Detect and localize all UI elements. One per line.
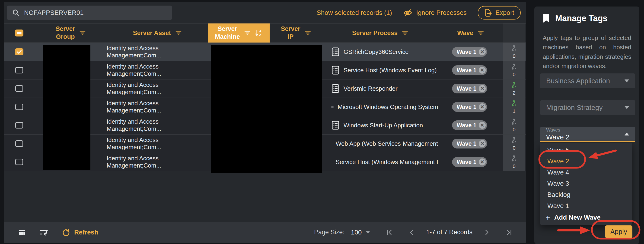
redacted-server-group-column [43,45,90,170]
linked-apps-icon [511,155,518,162]
apps-count-cell: 0 [503,43,525,61]
waves-select-value: Wave 2 [546,133,570,141]
filter-icon[interactable] [79,31,86,36]
remove-wave-icon[interactable]: ✕ [479,67,486,74]
refresh-label: Refresh [74,229,98,236]
apps-count-cell: 0 [503,153,525,171]
wave-cell: Wave 1✕ [438,116,503,134]
apps-count: 0 [512,72,515,78]
wave-badge: Wave 1✕ [452,84,487,93]
apps-count: 0 [512,53,515,59]
apps-count: 0 [512,127,515,133]
apps-count-cell: 0 [503,116,525,134]
wave-badge: Wave 1✕ [452,157,487,167]
wave-cell: Wave 1✕ [438,135,503,153]
apps-count-cell: 0 [503,135,525,153]
server-process-cell: Service Host (Windows Management In [322,153,438,171]
wave-option-wave5[interactable]: Wave 5 [540,145,632,156]
wave-option-wave2[interactable]: Wave 2 [540,156,632,167]
linked-apps-icon [511,99,518,107]
ignore-processes-button[interactable]: Ignore Processes [403,9,467,17]
toolbar-actions: Show selected records (1) Ignore Process… [317,6,521,20]
select-all-checkbox[interactable] [15,30,24,37]
bookmark-icon [543,14,550,23]
row-checkbox[interactable] [15,140,23,147]
table-header-row: ServerGroup Server Asset ServerMachine A… [4,23,526,43]
row-checkbox[interactable] [15,122,23,129]
process-icon [332,102,334,111]
search-icon [12,9,20,17]
header-server-process[interactable]: Server Process [322,24,438,43]
row-checkbox-checked[interactable] [15,48,24,55]
process-name: Verismic Responder [344,85,398,92]
show-selected-records-link[interactable]: Show selected records (1) [317,9,392,17]
next-page-button[interactable] [484,229,489,236]
header-wave[interactable]: Wave [438,24,503,43]
process-name: Windows Start-Up Application [344,122,423,129]
wave-option-wave4[interactable]: Wave 4 [540,167,632,178]
apps-count-cell: 0 [503,61,525,79]
server-asset-cell: Identity and Access Management;Com... [107,135,208,153]
remove-wave-icon[interactable]: ✕ [479,159,486,165]
export-button[interactable]: Export [478,6,521,20]
migration-strategy-select[interactable]: Migration Strategy [540,100,635,115]
remove-wave-icon[interactable]: ✕ [479,48,486,55]
remove-wave-icon[interactable]: ✕ [479,85,486,92]
remove-wave-icon[interactable]: ✕ [479,140,486,147]
plus-icon: + [546,213,550,222]
filter-icon[interactable] [402,31,408,36]
filter-icon[interactable] [175,31,182,36]
server-asset-cell: Identity and Access Management;Com... [107,98,208,116]
row-checkbox-cell [4,153,35,171]
row-checkbox[interactable] [15,85,23,92]
svg-text:Z: Z [259,33,261,37]
wave-badge: Wave 1✕ [452,120,487,130]
row-checkbox[interactable] [15,104,23,110]
filter-icon[interactable] [244,31,250,36]
eye-off-icon [403,9,412,17]
wave-option-backlog[interactable]: Backlog [540,189,632,200]
page-size-caret-icon[interactable] [366,231,370,233]
header-server-asset[interactable]: Server Asset [107,24,208,43]
apps-count: 1 [512,108,515,114]
page-size-value[interactable]: 100 [351,229,362,236]
wrap-text-icon[interactable] [40,228,48,236]
select-all-cell [4,24,35,43]
columns-icon[interactable] [18,228,26,236]
filter-icon[interactable] [304,31,311,36]
process-icon [332,47,340,56]
row-checkbox-cell [4,116,35,134]
wave-badge: Wave 1✕ [452,102,487,112]
header-server-machine[interactable]: ServerMachine AZ [208,24,270,43]
row-checkbox-cell [4,135,35,153]
waves-select[interactable]: Waves Wave 2 [540,127,635,142]
row-checkbox-cell [4,43,35,61]
panel-title: Manage Tags [555,14,607,23]
last-page-button[interactable] [506,229,512,236]
business-application-select[interactable]: Business Application [540,73,635,88]
add-new-wave-button[interactable]: + Add New Wave [540,211,632,223]
filter-icon[interactable] [478,31,484,36]
remove-wave-icon[interactable]: ✕ [479,122,486,129]
wave-option-wave3[interactable]: Wave 3 [540,178,632,189]
header-server-group[interactable]: ServerGroup [35,24,107,43]
process-name: Service Host (Windows Event Log) [344,67,437,74]
first-page-button[interactable] [387,229,393,236]
chevron-down-icon [624,79,629,82]
previous-page-button[interactable] [410,229,414,236]
process-icon [332,120,340,130]
linked-apps-icon [511,44,518,52]
process-name: Microsoft Windows Operating System [338,103,438,111]
row-checkbox[interactable] [15,67,23,73]
remove-wave-icon[interactable]: ✕ [479,103,486,110]
server-asset-cell: Identity and Access Management;Com... [107,153,208,171]
search-box[interactable] [7,6,172,20]
header-server-ip[interactable]: ServerIP [270,24,322,43]
search-input[interactable] [24,9,163,17]
apply-button[interactable]: Apply [605,225,632,238]
refresh-button[interactable]: Refresh [62,228,98,237]
wave-cell: Wave 1✕ [438,61,503,79]
sort-az-icon[interactable]: AZ [255,29,263,37]
row-checkbox[interactable] [15,159,23,165]
wave-option-wave1[interactable]: Wave 1 [540,200,632,211]
